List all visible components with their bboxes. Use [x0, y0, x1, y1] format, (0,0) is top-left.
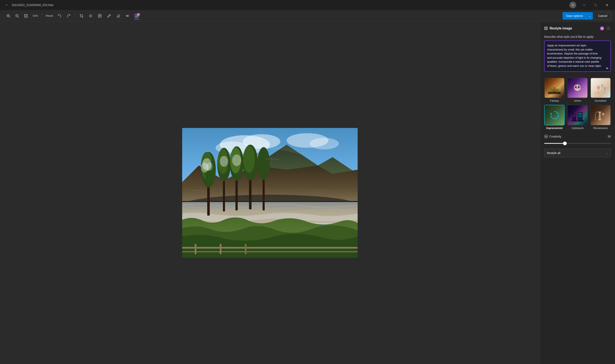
svg-rect-85 [572, 114, 576, 120]
active-indicator [134, 19, 139, 19]
style-prompt-textarea[interactable] [544, 40, 611, 72]
ai-tools-button[interactable]: AI AI [132, 12, 141, 20]
crop-icon [80, 14, 83, 18]
svg-rect-91 [578, 117, 582, 117]
panel-ai-badge: AI [600, 26, 604, 30]
style-item-anime[interactable]: Anime [567, 78, 588, 102]
svg-rect-67 [553, 87, 555, 90]
style-label-cyberpunk: Cyberpunk [571, 127, 584, 130]
anime-thumbnail [571, 82, 584, 94]
svg-line-15 [92, 17, 92, 17]
save-options-group: Save options ⌄ [562, 12, 593, 20]
svg-rect-8 [25, 15, 27, 17]
svg-point-24 [126, 15, 127, 16]
svg-line-17 [89, 17, 90, 17]
svg-rect-71 [548, 92, 561, 94]
back-button[interactable]: ← [3, 2, 10, 8]
info-button[interactable]: ⓘ [606, 26, 611, 31]
restyle-chevron-icon: ⌄ [606, 152, 608, 155]
filter-icon [125, 14, 129, 18]
style-thumb-renaissance [590, 105, 611, 125]
reset-button[interactable]: Reset [44, 12, 55, 20]
info-icon: ⓘ [607, 26, 610, 31]
panel-title: Restyle image [550, 26, 598, 30]
save-options-button[interactable]: Save options [562, 12, 586, 20]
creativity-slider[interactable] [544, 143, 611, 144]
fit-icon [24, 14, 28, 18]
svg-rect-96 [598, 112, 601, 113]
svg-point-98 [602, 113, 604, 116]
brightness-icon [89, 14, 93, 18]
minimize-button[interactable]: ─ [579, 2, 589, 8]
style-thumb-fantasy [544, 78, 565, 98]
svg-point-25 [127, 15, 129, 16]
cancel-button[interactable]: Cancel [595, 12, 611, 20]
redo-icon [67, 14, 71, 18]
svg-line-80 [602, 88, 602, 92]
svg-point-100 [546, 136, 547, 137]
svg-point-76 [579, 86, 579, 87]
fantasy-thumbnail [548, 82, 561, 94]
style-item-cyberpunk[interactable]: Cyberpunk [567, 105, 588, 130]
maximize-button[interactable]: □ [591, 2, 600, 8]
style-label-anime: Anime [574, 99, 581, 102]
send-button[interactable]: ➤ [606, 66, 609, 71]
zoom-level: 43% [31, 14, 40, 17]
svg-line-5 [18, 17, 19, 17]
impressionist-thumbnail [548, 109, 561, 121]
crop-button[interactable] [77, 12, 86, 20]
svg-rect-65 [182, 128, 358, 258]
title-bar: ← 20210522_221625540_iOS.heic U ─ □ ✕ [0, 0, 615, 10]
style-item-fantasy[interactable]: Fantasy [544, 78, 565, 102]
svg-line-78 [599, 89, 599, 92]
draw-button[interactable] [105, 12, 113, 20]
svg-marker-68 [553, 85, 556, 87]
svg-point-75 [576, 86, 576, 87]
restyle-dropdown[interactable]: Restyle all ⌄ [544, 149, 611, 157]
brightness-button[interactable] [86, 12, 95, 20]
styles-grid: Fantasy [544, 78, 611, 130]
send-icon: ➤ [606, 66, 609, 70]
zoom-tools [4, 12, 30, 20]
zoom-in-icon [6, 14, 10, 18]
style-thumb-surrealism [590, 78, 611, 98]
textarea-wrapper: ➤ [544, 40, 611, 73]
divider-2 [75, 13, 75, 19]
svg-line-82 [604, 90, 605, 92]
draw-icon [107, 14, 111, 18]
svg-line-1 [9, 17, 10, 17]
markup-button[interactable] [96, 12, 104, 20]
svg-line-22 [109, 15, 110, 15]
avatar[interactable]: U [570, 2, 576, 8]
image-area [0, 22, 540, 364]
toolbar-actions: Save options ⌄ Cancel [562, 12, 611, 20]
fit-button[interactable] [22, 12, 30, 20]
zoom-out-button[interactable] [13, 12, 21, 20]
style-item-surrealism[interactable]: Surrealism [590, 78, 611, 102]
ai-badge: AI [137, 13, 140, 16]
style-label-surrealism: Surrealism [595, 99, 606, 102]
svg-point-79 [601, 84, 603, 88]
toolbar: 43% Reset [0, 10, 615, 22]
style-thumb-anime [567, 78, 588, 98]
save-options-chevron-button[interactable]: ⌄ [586, 12, 593, 20]
svg-point-81 [604, 87, 606, 90]
zoom-in-button[interactable] [4, 12, 13, 20]
style-thumb-cyberpunk [567, 105, 588, 125]
filter-button[interactable] [123, 12, 132, 20]
style-label-impressionist: Impressionist [546, 127, 562, 130]
undo-button[interactable] [55, 12, 64, 20]
undo-icon [58, 14, 61, 18]
svg-rect-88 [573, 117, 576, 117]
svg-rect-90 [578, 115, 582, 115]
style-item-renaissance[interactable]: Renaissance [590, 105, 611, 130]
creativity-icon [544, 135, 548, 138]
right-panel: 🖼 Restyle image AI ⓘ Describe what style… [540, 22, 615, 364]
redo-button[interactable] [65, 12, 73, 20]
erase-button[interactable] [114, 12, 123, 20]
creativity-value: 30 [607, 135, 611, 138]
close-button[interactable]: ✕ [602, 2, 612, 8]
svg-line-14 [89, 15, 90, 15]
svg-line-16 [92, 15, 92, 15]
style-item-impressionist[interactable]: Impressionist [544, 105, 565, 130]
